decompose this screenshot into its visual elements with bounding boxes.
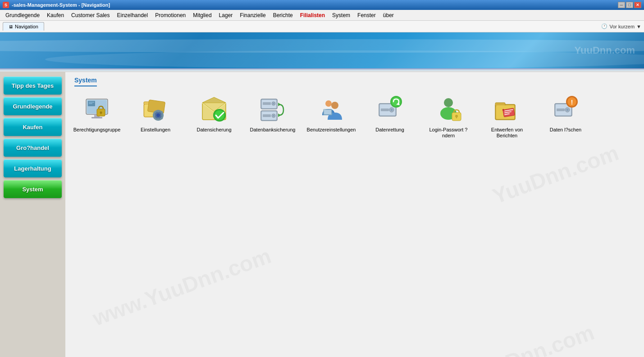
menu-mitglied[interactable]: Mitglied	[189, 11, 215, 19]
menu-finanzielle[interactable]: Finanzielle	[236, 11, 269, 19]
menu-kaufen[interactable]: Kaufen	[43, 11, 68, 19]
einstellungen-icon	[141, 95, 170, 124]
watermark-3: www.YuuDnn.com	[412, 320, 598, 357]
daten-loschen-icon: !	[551, 95, 580, 124]
entwerfen-berichten-label: Entwerfen von Berichten	[486, 127, 528, 139]
svg-rect-19	[153, 114, 155, 116]
svg-rect-9	[89, 103, 92, 104]
svg-point-31	[273, 103, 274, 104]
nav-tab-icon: 🖥	[9, 24, 13, 29]
svg-rect-56	[456, 116, 457, 118]
nav-tab-label: Navigation	[15, 24, 38, 29]
sidebar-item-lagerhaltung[interactable]: Lagerhaltung	[4, 159, 62, 177]
berechtigungsgruppe-label: Berechtigungsgruppe	[73, 127, 121, 133]
menu-bar: Grundlegende Kaufen Customer Sales Einze…	[0, 10, 644, 21]
svg-rect-18	[157, 118, 159, 121]
menu-promotionen[interactable]: Promotionen	[151, 11, 189, 19]
icon-item-benutzereinstellungen[interactable]: Benutzereinstellungen	[309, 94, 354, 135]
recent-icon: 🕐	[601, 23, 607, 29]
datenbanksicherung-label: Datenbanksicherung	[250, 127, 296, 133]
icon-item-entwerfen-berichten[interactable]: Entwerfen von Berichten	[484, 94, 530, 140]
menu-uber[interactable]: über	[379, 11, 397, 19]
icon-item-berechtigungsgruppe[interactable]: Berechtigungsgruppe	[74, 94, 119, 135]
svg-rect-37	[263, 114, 271, 117]
sidebar-item-grosshandel[interactable]: Gro?handel	[4, 139, 62, 157]
login-passwort-icon	[434, 95, 463, 124]
svg-rect-17	[157, 110, 159, 112]
svg-point-41	[331, 102, 338, 109]
content-area: YuuDnn.com www.YuuDnn.com www.YuuDnn.com…	[65, 72, 644, 357]
sidebar-item-system[interactable]: System	[4, 180, 62, 198]
datensicherung-label: Datensicherung	[196, 127, 231, 133]
sidebar-item-grundlegende[interactable]: Grundlegende	[4, 97, 62, 115]
sidebar-item-kaufen[interactable]: Kaufen	[4, 118, 62, 136]
close-button[interactable]: ✕	[634, 2, 641, 8]
menu-grundlegende[interactable]: Grundlegende	[2, 11, 43, 19]
recent-label: Vor kurzem	[609, 24, 635, 29]
banner-watermark: YuuDnn.com	[575, 45, 635, 56]
svg-rect-69	[557, 108, 565, 111]
berechtigungsgruppe-icon	[82, 95, 111, 124]
menu-customer-sales[interactable]: Customer Sales	[68, 11, 113, 19]
svg-point-16	[156, 113, 160, 117]
menu-einzelhandel[interactable]: Einzelhandel	[113, 11, 151, 19]
app-icon: S	[3, 2, 9, 8]
svg-point-36	[273, 115, 274, 117]
window-controls: ─ □ ✕	[618, 2, 641, 8]
banner: YuuDnn.com	[0, 32, 644, 68]
svg-point-47	[391, 109, 393, 111]
icon-item-daten-loschen[interactable]: ! Daten l?schen	[543, 94, 588, 135]
benutzereinstellungen-label: Benutzereinstellungen	[307, 127, 356, 133]
title-bar: S -sales-Management-System - [Navigation…	[0, 0, 644, 10]
section-title: System	[74, 77, 97, 86]
navigation-tab[interactable]: 🖥 Navigation	[3, 22, 44, 31]
svg-text:!: !	[571, 99, 573, 106]
recent-chevron-icon: ▼	[636, 24, 641, 29]
icon-item-datensicherung[interactable]: Datensicherung	[192, 94, 237, 135]
menu-system[interactable]: System	[329, 11, 354, 19]
icon-item-einstellungen[interactable]: Einstellungen	[133, 94, 178, 135]
minimize-button[interactable]: ─	[618, 2, 625, 8]
icon-item-datenrettung[interactable]: Datenrettung	[367, 94, 412, 135]
svg-rect-43	[324, 110, 331, 114]
daten-loschen-label: Daten l?schen	[550, 127, 581, 133]
svg-marker-38	[278, 103, 281, 106]
watermark-2: www.YuuDnn.com	[89, 243, 274, 330]
icons-grid: Berechtigungsgruppe	[74, 94, 635, 140]
main-layout: Tipp des Tages Grundlegende Kaufen Gro?h…	[0, 72, 644, 357]
svg-point-52	[444, 98, 453, 107]
recent-dropdown[interactable]: 🕐 Vor kurzem ▼	[601, 23, 641, 29]
datenbanksicherung-icon	[258, 95, 287, 124]
sidebar: Tipp des Tages Grundlegende Kaufen Gro?h…	[0, 72, 65, 357]
menu-lager[interactable]: Lager	[215, 11, 237, 19]
icon-item-datenbanksicherung[interactable]: Datenbanksicherung	[250, 94, 295, 135]
menu-filialisten[interactable]: Filialisten	[297, 11, 329, 19]
einstellungen-label: Einstellungen	[141, 127, 170, 133]
svg-point-68	[566, 109, 569, 111]
svg-point-40	[325, 100, 332, 107]
svg-rect-32	[263, 102, 271, 105]
svg-rect-8	[89, 102, 94, 103]
svg-rect-20	[161, 114, 164, 116]
datenrettung-label: Datenrettung	[375, 127, 404, 133]
icon-item-login-passwort[interactable]: Login-Passwort ?ndern	[426, 94, 471, 140]
maximize-button[interactable]: □	[626, 2, 633, 8]
svg-marker-39	[278, 113, 281, 117]
separator	[0, 68, 644, 72]
entwerfen-berichten-icon	[493, 95, 521, 124]
sidebar-item-tipp[interactable]: Tipp des Tages	[4, 77, 62, 95]
watermark-1: YuuDnn.com	[489, 140, 621, 208]
window-title: -sales-Management-System - [Navigation]	[12, 2, 110, 8]
datensicherung-icon	[200, 95, 228, 124]
datenrettung-icon	[375, 95, 404, 124]
menu-berichte[interactable]: Berichte	[269, 11, 297, 19]
svg-rect-3	[91, 117, 102, 118]
menu-fenster[interactable]: Fenster	[354, 11, 379, 19]
toolbar: 🖥 Navigation 🕐 Vor kurzem ▼	[0, 21, 644, 32]
svg-rect-6	[100, 113, 101, 114]
login-passwort-label: Login-Passwort ?ndern	[428, 127, 469, 139]
benutzereinstellungen-icon	[317, 95, 346, 124]
svg-rect-48	[381, 108, 389, 111]
